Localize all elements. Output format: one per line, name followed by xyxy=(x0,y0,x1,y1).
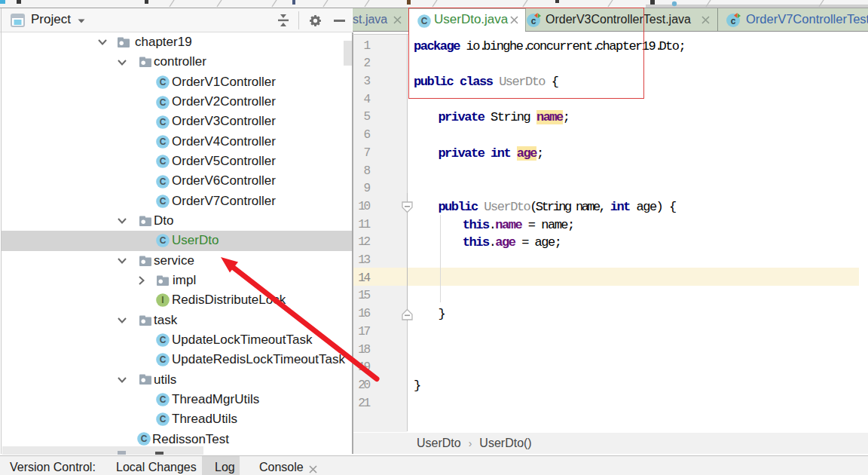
svg-text:C: C xyxy=(160,77,167,87)
svg-text:C: C xyxy=(160,97,167,108)
svg-text:C: C xyxy=(141,434,148,444)
svg-text:c: c xyxy=(731,16,736,26)
svg-text:C: C xyxy=(160,136,167,147)
svg-text:C: C xyxy=(160,156,167,167)
svg-text:C: C xyxy=(160,354,167,365)
svg-text:C: C xyxy=(160,394,167,405)
svg-text:C: C xyxy=(160,196,167,207)
svg-text:C: C xyxy=(160,414,167,424)
svg-text:I: I xyxy=(161,295,164,305)
svg-text:C: C xyxy=(160,235,167,246)
svg-text:C: C xyxy=(160,335,167,345)
svg-text:C: C xyxy=(160,176,167,187)
svg-text:C: C xyxy=(160,117,167,127)
